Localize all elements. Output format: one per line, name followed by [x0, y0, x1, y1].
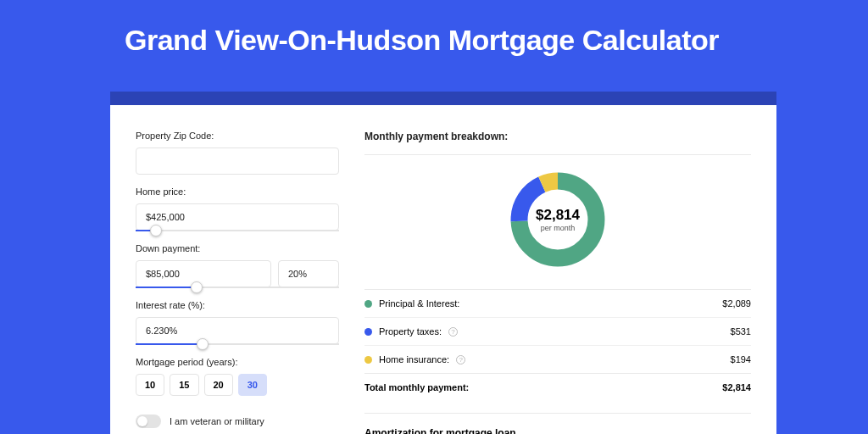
donut-total-amount: $2,814 [536, 207, 580, 224]
legend-dot [364, 328, 372, 336]
period-option-30[interactable]: 30 [238, 374, 267, 396]
inputs-column: Property Zip Code: Home price: Down paym… [136, 131, 339, 434]
home-price-input[interactable] [136, 203, 339, 231]
breakdown-value: $194 [731, 354, 751, 364]
interest-rate-slider[interactable] [136, 343, 339, 345]
veteran-toggle[interactable] [136, 415, 161, 428]
breakdown-column: Monthly payment breakdown: $2,814 per mo… [364, 131, 751, 434]
home-price-slider[interactable] [136, 230, 339, 231]
total-payment-value: $2,814 [722, 382, 751, 392]
divider [364, 154, 751, 155]
total-payment-label: Total monthly payment: [364, 382, 469, 392]
donut-sub-label: per month [541, 224, 576, 232]
toggle-knob [137, 416, 147, 426]
legend-dot [364, 300, 372, 308]
payment-donut-chart: $2,814 per month [507, 169, 609, 270]
breakdown-label: Property taxes: [379, 326, 442, 337]
home-price-label: Home price: [136, 186, 339, 197]
mortgage-period-group: 10152030 [136, 374, 339, 396]
breakdown-heading: Monthly payment breakdown: [364, 131, 751, 151]
slider-thumb[interactable] [197, 338, 209, 350]
veteran-label: I am veteran or military [170, 416, 264, 426]
interest-rate-label: Interest rate (%): [136, 300, 339, 310]
down-payment-pct-input[interactable] [278, 260, 339, 287]
info-icon[interactable]: ? [456, 355, 465, 364]
down-payment-label: Down payment: [136, 243, 339, 253]
down-payment-slider[interactable] [136, 287, 339, 288]
slider-thumb[interactable] [150, 225, 162, 236]
page-title: Grand View-On-Hudson Mortgage Calculator [0, 0, 868, 72]
legend-dot [364, 356, 372, 364]
breakdown-row: Principal & Interest:$2,089 [364, 289, 751, 317]
breakdown-label: Home insurance: [379, 354, 449, 364]
down-payment-amount-input[interactable] [136, 260, 271, 287]
breakdown-row: Property taxes:?$531 [364, 317, 751, 345]
breakdown-row: Home insurance:?$194 [364, 345, 751, 373]
breakdown-label: Principal & Interest: [379, 298, 459, 309]
breakdown-value: $2,089 [722, 298, 751, 309]
mortgage-period-label: Mortgage period (years): [136, 357, 339, 367]
interest-rate-input[interactable] [136, 317, 339, 344]
period-option-15[interactable]: 15 [170, 374, 198, 396]
period-option-20[interactable]: 20 [204, 374, 233, 396]
divider [364, 413, 751, 414]
zip-label: Property Zip Code: [136, 131, 339, 141]
info-icon[interactable]: ? [448, 327, 458, 337]
period-option-10[interactable]: 10 [136, 374, 164, 396]
amortization-heading: Amortization for mortgage loan [364, 427, 751, 434]
zip-input[interactable] [136, 147, 339, 175]
calculator-card: Property Zip Code: Home price: Down paym… [110, 105, 776, 434]
slider-thumb[interactable] [191, 281, 203, 293]
breakdown-value: $531 [731, 326, 751, 337]
